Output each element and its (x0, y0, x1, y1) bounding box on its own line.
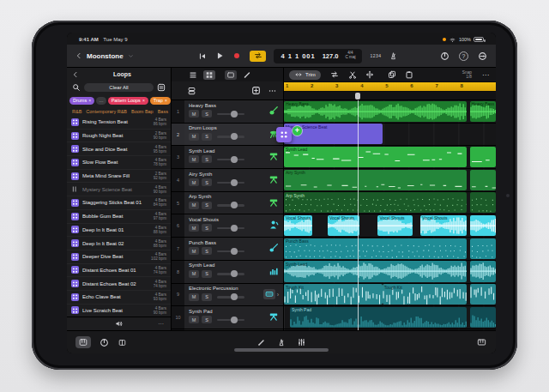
track-lane[interactable]: Punch Bass (284, 238, 496, 261)
region[interactable]: Airy Synth (284, 170, 467, 190)
pencil-edit-button[interactable] (257, 338, 266, 347)
mute-button[interactable]: M (189, 178, 199, 186)
loop-item[interactable]: Mystery Science Beat4 Bars90 bpm (67, 183, 171, 196)
guitar-icon[interactable] (268, 104, 279, 119)
track-number[interactable]: 7 (172, 238, 184, 261)
mute-button[interactable]: M (189, 133, 199, 141)
tag-item[interactable]: Bass (158, 109, 168, 114)
chip-remove-icon[interactable]: × (142, 98, 145, 103)
tempo-display[interactable]: 127.0 (323, 52, 339, 60)
tag-item[interactable]: Contemporary R&B (86, 109, 127, 114)
metronome-bottom-button[interactable] (278, 338, 286, 347)
mute-button[interactable]: M (189, 202, 199, 209)
track-number[interactable]: 5 (172, 192, 184, 215)
track-number[interactable]: 1 (172, 100, 184, 124)
filter-chip[interactable]: Drums× (69, 97, 94, 105)
loops-more-button[interactable]: ⋯ (158, 321, 164, 328)
loops-back-chevron-icon[interactable] (72, 70, 79, 79)
track-number[interactable]: 8 (172, 261, 184, 284)
track-lane[interactable]: Synth Lead (284, 146, 496, 169)
region[interactable] (470, 261, 496, 281)
region[interactable]: Tough Kit (284, 284, 383, 305)
piano-keyboard-button[interactable] (476, 338, 487, 347)
track-lane[interactable]: Heavy BassHeavy Bass (284, 100, 496, 124)
track-lane[interactable]: Vocal ShoutsVocal ShoutsVocal ShoutsVoca… (284, 214, 496, 238)
track-lane[interactable]: Tough KitTough Kit (284, 284, 496, 307)
track-lane[interactable]: Airy Synth (284, 169, 496, 192)
track-number[interactable]: 2 (172, 124, 184, 147)
solo-button[interactable]: S (202, 247, 212, 255)
solo-button[interactable]: S (202, 133, 212, 141)
region[interactable]: Punch Bass (284, 238, 467, 259)
region[interactable] (470, 147, 496, 167)
loop-item[interactable]: Deep In It Beat 024 Bars88 bpm (67, 237, 171, 250)
track-number[interactable]: 6 (172, 214, 184, 238)
tag-item[interactable]: Boom Bap (131, 109, 154, 114)
volume-slider[interactable] (217, 270, 244, 278)
browser-button[interactable] (75, 336, 91, 348)
back-chevron-icon[interactable] (75, 51, 82, 60)
playhead-line[interactable] (358, 100, 359, 330)
solo-button[interactable]: S (202, 155, 212, 163)
keyboard-stand-icon[interactable] (268, 310, 279, 325)
volume-slider[interactable] (217, 110, 244, 118)
region[interactable] (470, 215, 496, 236)
chip-remove-icon[interactable]: × (165, 98, 167, 103)
faders-button[interactable] (298, 338, 306, 347)
track-header[interactable]: Arp SynthMS (184, 192, 283, 215)
tag-item[interactable]: R&B (72, 109, 81, 114)
track-header[interactable]: Synth LeadMS (184, 261, 283, 284)
region[interactable] (470, 238, 496, 259)
track-lane[interactable]: Mystery Science Beat (284, 124, 496, 147)
region[interactable]: Vocal Shouts (284, 215, 312, 236)
paste-button[interactable] (405, 70, 413, 79)
track-header[interactable]: Electronic PercussionMS› (184, 284, 283, 307)
chip-overflow-button[interactable]: … (96, 97, 106, 105)
track-number[interactable]: 3 (172, 146, 184, 169)
mute-button[interactable]: M (189, 270, 199, 278)
lcd-display[interactable]: 4 1 1 001 127.0 4/4 C maj (274, 49, 362, 63)
loop-item[interactable]: Deep In It Beat 014 Bars88 bpm (67, 224, 171, 238)
volume-slider[interactable] (217, 247, 244, 255)
bar-ruler[interactable]: 12345678 (284, 81, 496, 92)
solo-button[interactable]: S (202, 316, 212, 323)
skip-back-button[interactable] (198, 52, 207, 60)
track-header[interactable]: Synth LeadMS (184, 146, 283, 169)
key-signature[interactable]: C maj (345, 56, 355, 60)
project-title[interactable]: Moonstone (87, 52, 124, 60)
cycle-button[interactable] (250, 51, 266, 62)
region[interactable]: Synth Lead (284, 261, 467, 281)
track-header[interactable]: Heavy BassMS (184, 100, 283, 124)
loop-item[interactable]: Deeper Dive Beat4 Bars102 bpm (67, 250, 171, 264)
playhead-position[interactable]: 4 1 1 001 (281, 52, 315, 60)
region[interactable]: Vocal Shouts (420, 215, 467, 236)
record-button[interactable] (232, 51, 241, 60)
track-header[interactable]: Airy SynthMS (184, 169, 283, 192)
solo-button[interactable]: S (202, 178, 212, 186)
loop-region-button[interactable] (329, 70, 340, 79)
keyboard-stand-icon[interactable] (268, 149, 279, 165)
grid-view-icon[interactable] (203, 70, 215, 80)
track-header[interactable]: Vocal ShoutsMS (184, 214, 283, 238)
region[interactable]: Arp Synth (284, 192, 467, 213)
region[interactable]: Tough Kit (383, 284, 467, 305)
keyboard-stand-icon[interactable] (268, 172, 279, 188)
solo-button[interactable]: S (202, 110, 212, 118)
region[interactable]: Vocal Shouts (377, 215, 413, 236)
drag-ghost-loop-icon[interactable] (276, 127, 292, 142)
solo-button[interactable]: S (202, 293, 212, 301)
volume-slider[interactable] (217, 224, 244, 232)
mute-button[interactable]: M (189, 247, 199, 255)
mute-button[interactable]: M (189, 293, 199, 301)
track-lane[interactable]: Arp Synth (284, 192, 496, 215)
region[interactable] (470, 307, 496, 328)
loop-item[interactable]: Distant Echoes Beat 014 Bars74 bpm (67, 264, 171, 278)
list-view-icon[interactable] (187, 70, 199, 80)
snap-setting[interactable]: Snap 1/8 (462, 70, 472, 80)
volume-slider[interactable] (217, 293, 244, 301)
track-number[interactable]: 10 (172, 306, 184, 329)
region[interactable]: Synth Pad (290, 307, 467, 328)
add-track-button[interactable] (251, 86, 261, 95)
loop-item[interactable]: Slow Flow Beat4 Bars78 bpm (67, 156, 171, 170)
loop-item[interactable]: Distant Echoes Beat 024 Bars74 bpm (67, 277, 171, 291)
